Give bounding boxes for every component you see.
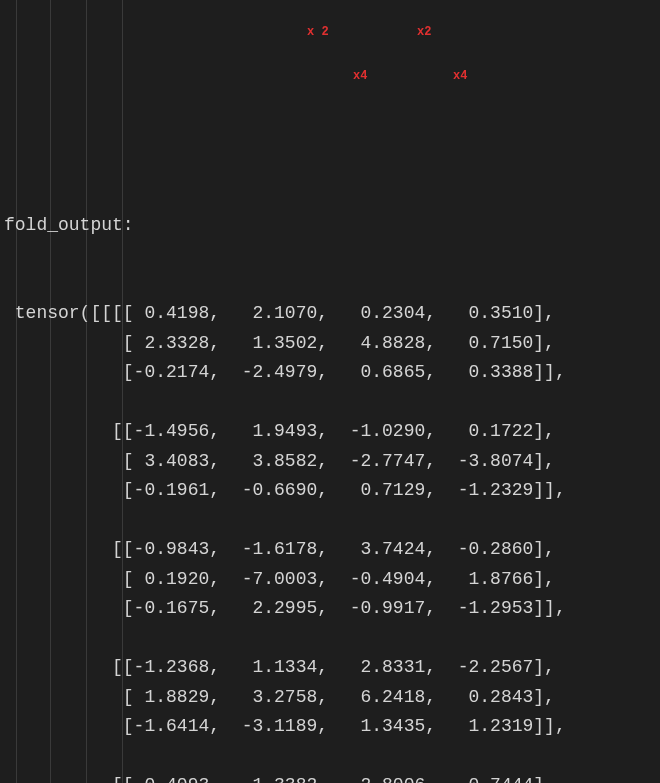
tensor-row: [[-0.4093, 1.3382, 2.8006, 0.7444],	[4, 771, 660, 783]
tensor-row: [-0.2174, -2.4979, 0.6865, 0.3388]],	[4, 358, 660, 388]
code-editor: fold_output: tensor([[[[ 0.4198, 2.1070,…	[0, 0, 660, 783]
blank-line	[4, 742, 660, 772]
tensor-row: tensor([[[[ 0.4198, 2.1070, 0.2304, 0.35…	[4, 299, 660, 329]
blank-line	[4, 506, 660, 536]
annotation-0: x 2	[307, 18, 329, 48]
tensor-row: [ 2.3328, 1.3502, 4.8828, 0.7150],	[4, 329, 660, 359]
tensor-row: [-0.1675, 2.2995, -0.9917, -1.2953]],	[4, 594, 660, 624]
tensor-row: [ 3.4083, 3.8582, -2.7747, -3.8074],	[4, 447, 660, 477]
tensor-row: [ 0.1920, -7.0003, -0.4904, 1.8766],	[4, 565, 660, 595]
tensor-output: tensor([[[[ 0.4198, 2.1070, 0.2304, 0.35…	[4, 299, 660, 783]
tensor-row: [[-0.9843, -1.6178, 3.7424, -0.2860],	[4, 535, 660, 565]
tensor-row: [[-1.2368, 1.1334, 2.8331, -2.2567],	[4, 653, 660, 683]
blank-line	[4, 624, 660, 654]
annotation-2: x4	[353, 62, 367, 92]
annotation-3: x4	[453, 62, 467, 92]
blank-line	[4, 388, 660, 418]
tensor-row: [-0.1961, -0.6690, 0.7129, -1.2329]],	[4, 476, 660, 506]
tensor-row: [-1.6414, -3.1189, 1.3435, 1.2319]],	[4, 712, 660, 742]
annotation-1: x2	[417, 18, 431, 48]
tensor-row: [[-1.4956, 1.9493, -1.0290, 0.1722],	[4, 417, 660, 447]
tensor-row: [ 1.8829, 3.2758, 6.2418, 0.2843],	[4, 683, 660, 713]
output-header: fold_output:	[4, 211, 660, 241]
